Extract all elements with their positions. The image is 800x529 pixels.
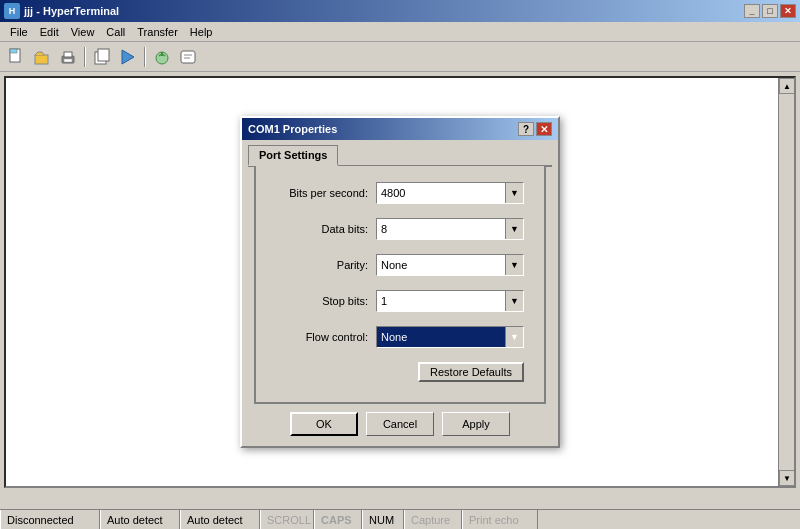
dialog-help-button[interactable]: ?	[518, 122, 534, 136]
toolbar-btn6[interactable]	[150, 45, 174, 69]
bits-per-second-value: 4800	[377, 187, 505, 199]
minimize-button[interactable]: _	[744, 4, 760, 18]
status-bar: Disconnected Auto detect Auto detect SCR…	[0, 509, 800, 529]
flow-control-select[interactable]: None ▼	[376, 326, 524, 348]
status-capture: Capture	[404, 510, 462, 529]
parity-row: Parity: None ▼	[276, 254, 524, 276]
flow-control-arrow[interactable]: ▼	[505, 327, 523, 347]
tab-content: Bits per second: 4800 ▼ Data bits: 8 ▼	[254, 166, 546, 404]
dialog-title-bar: COM1 Properties ? ✕	[242, 118, 558, 140]
toolbar-new[interactable]	[4, 45, 28, 69]
status-disconnected: Disconnected	[0, 510, 100, 529]
menu-edit[interactable]: Edit	[34, 24, 65, 40]
stop-bits-label: Stop bits:	[276, 295, 376, 307]
status-print-echo: Print echo	[462, 510, 538, 529]
restore-defaults-row: Restore Defaults	[276, 362, 524, 382]
stop-bits-row: Stop bits: 1 ▼	[276, 290, 524, 312]
menu-view[interactable]: View	[65, 24, 101, 40]
status-auto1: Auto detect	[100, 510, 180, 529]
flow-control-row: Flow control: None ▼	[276, 326, 524, 348]
title-bar: H jjj - HyperTerminal _ □ ✕	[0, 0, 800, 22]
svg-rect-7	[98, 49, 109, 61]
restore-defaults-button[interactable]: Restore Defaults	[418, 362, 524, 382]
svg-rect-4	[64, 52, 72, 57]
svg-rect-5	[64, 59, 72, 62]
parity-arrow[interactable]: ▼	[505, 255, 523, 275]
data-bits-label: Data bits:	[276, 223, 376, 235]
title-buttons: _ □ ✕	[744, 4, 796, 18]
stop-bits-select[interactable]: 1 ▼	[376, 290, 524, 312]
bits-per-second-row: Bits per second: 4800 ▼	[276, 182, 524, 204]
status-num: NUM	[362, 510, 404, 529]
com1-properties-dialog: COM1 Properties ? ✕ Port Settings Bits p…	[240, 116, 560, 448]
status-auto2: Auto detect	[180, 510, 260, 529]
data-bits-arrow[interactable]: ▼	[505, 219, 523, 239]
dialog-buttons: OK Cancel Apply	[242, 404, 558, 446]
toolbar-btn4[interactable]	[90, 45, 114, 69]
toolbar-btn5[interactable]	[116, 45, 140, 69]
toolbar-separator-2	[144, 47, 146, 67]
parity-value: None	[377, 259, 505, 271]
ok-button[interactable]: OK	[290, 412, 358, 436]
stop-bits-value: 1	[377, 295, 505, 307]
cancel-button[interactable]: Cancel	[366, 412, 434, 436]
window-title: jjj - HyperTerminal	[24, 5, 119, 17]
apply-button[interactable]: Apply	[442, 412, 510, 436]
menu-file[interactable]: File	[4, 24, 34, 40]
menu-transfer[interactable]: Transfer	[131, 24, 184, 40]
bits-per-second-label: Bits per second:	[276, 187, 376, 199]
toolbar-btn7[interactable]	[176, 45, 200, 69]
menu-bar: File Edit View Call Transfer Help	[0, 22, 800, 42]
menu-help[interactable]: Help	[184, 24, 219, 40]
parity-label: Parity:	[276, 259, 376, 271]
bits-per-second-arrow[interactable]: ▼	[505, 183, 523, 203]
toolbar-open[interactable]	[30, 45, 54, 69]
data-bits-row: Data bits: 8 ▼	[276, 218, 524, 240]
dialog-title-buttons: ? ✕	[518, 122, 552, 136]
data-bits-value: 8	[377, 223, 505, 235]
svg-rect-10	[181, 51, 195, 63]
parity-select[interactable]: None ▼	[376, 254, 524, 276]
maximize-button[interactable]: □	[762, 4, 778, 18]
tab-port-settings[interactable]: Port Settings	[248, 145, 338, 166]
flow-control-value: None	[377, 331, 505, 343]
close-button[interactable]: ✕	[780, 4, 796, 18]
toolbar-print[interactable]	[56, 45, 80, 69]
flow-control-label: Flow control:	[276, 331, 376, 343]
data-bits-select[interactable]: 8 ▼	[376, 218, 524, 240]
toolbar	[0, 42, 800, 72]
dialog-overlay: COM1 Properties ? ✕ Port Settings Bits p…	[6, 78, 794, 486]
workspace: ▲ ▼ COM1 Properties ? ✕ Port Settings	[4, 76, 796, 488]
svg-rect-1	[10, 49, 17, 53]
tab-control: Port Settings Bits per second: 4800 ▼	[242, 140, 558, 404]
menu-call[interactable]: Call	[100, 24, 131, 40]
toolbar-separator-1	[84, 47, 86, 67]
bits-per-second-select[interactable]: 4800 ▼	[376, 182, 524, 204]
app-icon: H	[4, 3, 20, 19]
svg-rect-2	[35, 55, 48, 64]
status-caps: CAPS	[314, 510, 362, 529]
stop-bits-arrow[interactable]: ▼	[505, 291, 523, 311]
status-scroll: SCROLL	[260, 510, 314, 529]
dialog-close-button[interactable]: ✕	[536, 122, 552, 136]
tab-strip: Port Settings	[248, 144, 552, 167]
dialog-title: COM1 Properties	[248, 123, 337, 135]
svg-rect-9	[161, 52, 163, 56]
title-bar-left: H jjj - HyperTerminal	[4, 3, 119, 19]
